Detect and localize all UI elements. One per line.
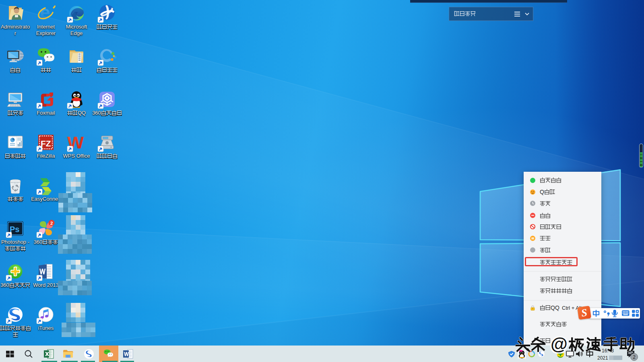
svg-text:2: 2 bbox=[50, 221, 53, 226]
svg-text:e: e bbox=[40, 4, 50, 23]
